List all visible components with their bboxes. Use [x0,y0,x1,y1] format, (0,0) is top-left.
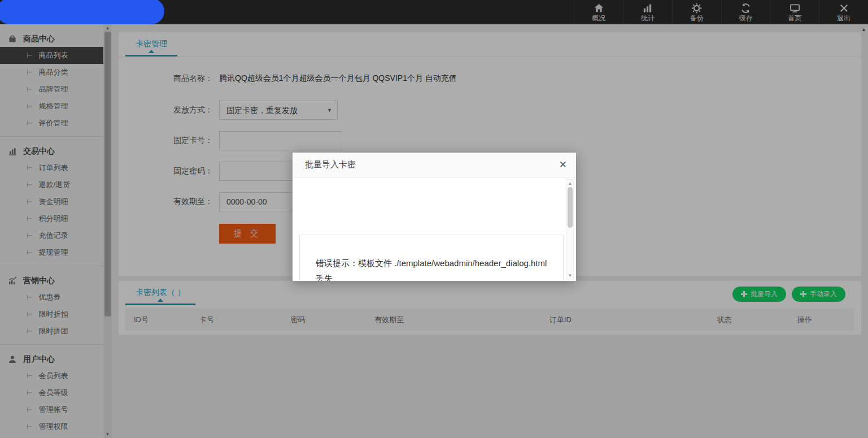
modal-title: 批量导入卡密 [305,159,559,170]
modal-body: 错误提示：模板文件 ./template/webadmin/header_dia… [293,178,576,281]
admin-screen: 概况 统计 [0,0,868,438]
modal-error-box: 错误提示：模板文件 ./template/webadmin/header_dia… [299,235,564,281]
close-icon[interactable]: ✕ [559,160,567,170]
error-line-2: 丢失 [316,271,551,281]
bulk-import-modal: 批量导入卡密 ✕ 错误提示：模板文件 ./template/webadmin/h… [293,153,576,281]
scroll-down-arrow-icon[interactable]: ▼ [567,273,573,278]
logo-redaction-blob [0,0,164,24]
scrollbar-thumb[interactable] [568,187,573,228]
template-error-message: 错误提示：模板文件 ./template/webadmin/header_dia… [300,235,563,281]
error-line-1: 错误提示：模板文件 ./template/webadmin/header_dia… [316,255,551,271]
scroll-up-arrow-icon[interactable]: ▲ [567,181,573,186]
modal-scrollbar[interactable]: ▲ ▼ [566,179,574,280]
modal-titlebar: 批量导入卡密 ✕ [293,153,576,177]
